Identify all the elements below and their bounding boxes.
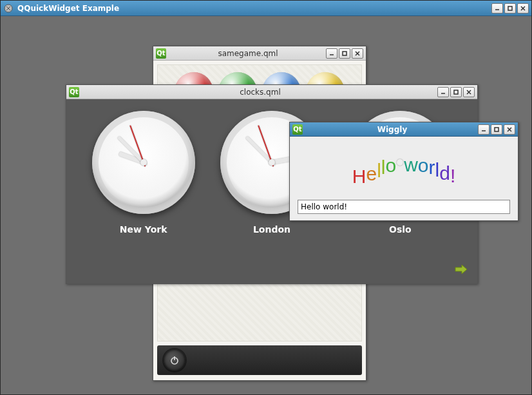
wiggly-letter: o <box>418 155 429 177</box>
main-title: QQuickWidget Example <box>17 4 491 13</box>
wiggly-letter: w <box>404 154 418 176</box>
maximize-button[interactable] <box>491 124 502 135</box>
wiggly-letter: d <box>439 162 450 184</box>
maximize-button[interactable] <box>450 87 462 97</box>
minimize-button[interactable] <box>437 87 449 97</box>
wiggly-title: Wiggly <box>307 125 478 134</box>
wiggly-letter: o <box>385 155 396 177</box>
maximize-button[interactable] <box>504 3 516 14</box>
clock-face <box>92 111 195 214</box>
close-button[interactable] <box>504 124 515 135</box>
wiggly-window[interactable]: Qt Wiggly Hello world! <box>289 122 518 221</box>
clocks-title: clocks.qml <box>83 88 437 97</box>
wiggly-letter: ! <box>450 165 455 187</box>
power-button[interactable] <box>164 349 185 371</box>
svg-rect-10 <box>495 128 499 131</box>
wiggly-letter: l <box>377 160 381 182</box>
clocks-titlebar[interactable]: Qt clocks.qml <box>66 85 477 99</box>
mdi-area: Qt samegame.qml Qt <box>6 21 526 389</box>
city-label: New York <box>120 224 167 235</box>
wiggly-letter: l <box>435 159 440 181</box>
wiggly-input[interactable] <box>298 200 510 214</box>
wiggly-letter: e <box>366 163 377 185</box>
maximize-button[interactable] <box>339 48 350 59</box>
qt-icon: Qt <box>156 48 166 59</box>
minimize-button[interactable] <box>491 3 503 14</box>
main-titlebar[interactable]: QQuickWidget Example <box>1 1 531 16</box>
qt-icon: Qt <box>69 87 79 97</box>
clock-center <box>269 159 275 166</box>
main-window-controls <box>491 3 529 14</box>
close-button[interactable] <box>352 48 363 59</box>
svg-rect-8 <box>454 90 458 94</box>
qt-icon: Qt <box>292 124 303 135</box>
svg-rect-2 <box>508 6 512 10</box>
wiggly-letter: l <box>381 157 386 178</box>
city-label: London <box>253 224 290 235</box>
minimize-button[interactable] <box>326 48 337 59</box>
clock-center <box>140 159 147 166</box>
wiggly-letter: r <box>429 157 435 178</box>
samegame-window-controls <box>326 48 363 59</box>
wiggly-letter: H <box>352 166 366 188</box>
next-arrow-icon[interactable] <box>454 264 468 277</box>
samegame-titlebar[interactable]: Qt samegame.qml <box>153 46 366 61</box>
wiggly-titlebar[interactable]: Qt Wiggly <box>290 122 518 137</box>
svg-rect-4 <box>343 52 347 55</box>
wiggly-body: Hello world! <box>290 137 518 220</box>
minimize-button[interactable] <box>478 124 489 135</box>
app-icon <box>3 3 14 14</box>
close-button[interactable] <box>463 87 475 97</box>
samegame-footer <box>157 345 362 375</box>
close-button[interactable] <box>517 3 529 14</box>
clock-column: New York <box>79 111 207 277</box>
wiggly-display: Hello world! <box>298 143 510 200</box>
clock-center <box>397 159 403 166</box>
clocks-window-controls <box>437 87 475 97</box>
city-label: Oslo <box>389 224 412 235</box>
wiggly-window-controls <box>478 124 515 135</box>
samegame-title: samegame.qml <box>170 49 326 58</box>
main-window: QQuickWidget Example Qt samegame.qml <box>0 0 532 395</box>
